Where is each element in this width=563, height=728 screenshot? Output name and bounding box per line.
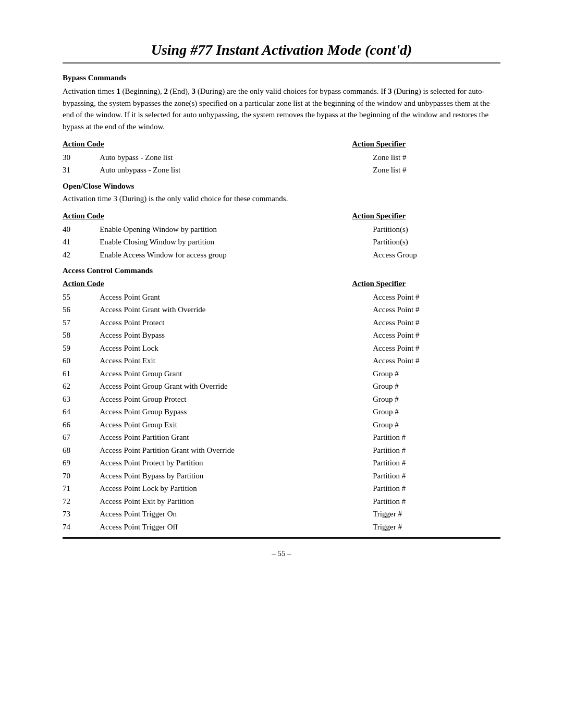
code-69: 69 — [63, 456, 100, 470]
access-control-action-code-header: Action Code — [63, 277, 352, 291]
desc-73: Access Point Trigger On — [100, 508, 352, 521]
desc-68: Access Point Partition Grant with Overri… — [100, 444, 352, 457]
table-row: 57 Access Point Protect Access Point # — [63, 316, 500, 329]
code-31: 31 — [63, 164, 100, 177]
spec-58: Access Point # — [352, 329, 500, 342]
table-row: 55 Access Point Grant Access Point # — [63, 291, 500, 304]
spec-63: Group # — [352, 393, 500, 406]
page-number: – 55 – — [272, 549, 291, 558]
spec-40: Partition(s) — [352, 223, 500, 236]
page-title: Using #77 Instant Activation Mode (cont'… — [63, 42, 500, 64]
access-control-header-row: Action Code Action Specifier — [63, 277, 500, 291]
desc-66: Access Point Group Exit — [100, 418, 352, 431]
code-55: 55 — [63, 291, 100, 304]
desc-57: Access Point Protect — [100, 316, 352, 329]
spec-55: Access Point # — [352, 291, 500, 304]
spec-57: Access Point # — [352, 316, 500, 329]
page-container: Using #77 Instant Activation Mode (cont'… — [0, 0, 563, 728]
desc-71: Access Point Lock by Partition — [100, 482, 352, 495]
table-row: 67 Access Point Partition Grant Partitio… — [63, 431, 500, 444]
spec-59: Access Point # — [352, 342, 500, 355]
table-row: 71 Access Point Lock by Partition Partit… — [63, 482, 500, 495]
spec-71: Partition # — [352, 482, 500, 495]
code-60: 60 — [63, 354, 100, 367]
code-71: 71 — [63, 482, 100, 495]
desc-59: Access Point Lock — [100, 342, 352, 355]
table-row: 69 Access Point Protect by Partition Par… — [63, 456, 500, 470]
desc-64: Access Point Group Bypass — [100, 405, 352, 418]
desc-56: Access Point Grant with Override — [100, 303, 352, 316]
desc-72: Access Point Exit by Partition — [100, 495, 352, 508]
table-row: 56 Access Point Grant with Override Acce… — [63, 303, 500, 316]
table-row: 31 Auto unbypass - Zone list Zone list # — [63, 164, 500, 177]
desc-58: Access Point Bypass — [100, 329, 352, 342]
spec-73: Trigger # — [352, 508, 500, 521]
page-footer: – 55 – — [63, 539, 500, 579]
access-control-title: Access Control Commands — [63, 266, 500, 275]
desc-70: Access Point Bypass by Partition — [100, 470, 352, 483]
table-row: 30 Auto bypass - Zone list Zone list # — [63, 151, 500, 164]
spec-70: Partition # — [352, 470, 500, 483]
spec-56: Access Point # — [352, 303, 500, 316]
desc-61: Access Point Group Grant — [100, 367, 352, 380]
code-42: 42 — [63, 249, 100, 262]
spec-61: Group # — [352, 367, 500, 380]
code-73: 73 — [63, 508, 100, 521]
content-area: Using #77 Instant Activation Mode (cont'… — [0, 0, 563, 728]
desc-30: Auto bypass - Zone list — [100, 151, 352, 164]
table-row: 70 Access Point Bypass by Partition Part… — [63, 470, 500, 483]
access-control-action-specifier-header: Action Specifier — [352, 277, 500, 291]
code-41: 41 — [63, 236, 100, 249]
desc-55: Access Point Grant — [100, 291, 352, 304]
code-61: 61 — [63, 367, 100, 380]
bypass-commands-table: Action Code Action Specifier 30 Auto byp… — [63, 138, 500, 177]
code-72: 72 — [63, 495, 100, 508]
code-30: 30 — [63, 151, 100, 164]
code-63: 63 — [63, 393, 100, 406]
table-row: 64 Access Point Group Bypass Group # — [63, 405, 500, 418]
code-66: 66 — [63, 418, 100, 431]
table-row: 60 Access Point Exit Access Point # — [63, 354, 500, 367]
open-close-body: Activation time 3 (During) is the only v… — [63, 193, 500, 205]
spec-66: Group # — [352, 418, 500, 431]
open-close-table: Action Code Action Specifier 40 Enable O… — [63, 209, 500, 261]
spec-30: Zone list # — [352, 151, 500, 164]
table-row: 68 Access Point Partition Grant with Ove… — [63, 444, 500, 457]
desc-69: Access Point Protect by Partition — [100, 456, 352, 470]
bypass-commands-title: Bypass Commands — [63, 73, 500, 82]
desc-31: Auto unbypass - Zone list — [100, 164, 352, 177]
desc-67: Access Point Partition Grant — [100, 431, 352, 444]
bypass-action-specifier-header: Action Specifier — [352, 138, 500, 151]
desc-62: Access Point Group Grant with Override — [100, 380, 352, 393]
code-67: 67 — [63, 431, 100, 444]
table-row: 61 Access Point Group Grant Group # — [63, 367, 500, 380]
bypass-commands-body: Activation times 1 (Beginning), 2 (End),… — [63, 85, 500, 132]
open-close-action-code-header: Action Code — [63, 209, 352, 223]
spec-41: Partition(s) — [352, 236, 500, 249]
desc-74: Access Point Trigger Off — [100, 521, 352, 534]
table-row: 59 Access Point Lock Access Point # — [63, 342, 500, 355]
desc-63: Access Point Group Protect — [100, 393, 352, 406]
spec-68: Partition # — [352, 444, 500, 457]
spec-64: Group # — [352, 405, 500, 418]
bypass-action-code-header: Action Code — [63, 138, 352, 151]
code-58: 58 — [63, 329, 100, 342]
spec-31: Zone list # — [352, 164, 500, 177]
table-row: 73 Access Point Trigger On Trigger # — [63, 508, 500, 521]
table-row: 72 Access Point Exit by Partition Partit… — [63, 495, 500, 508]
code-62: 62 — [63, 380, 100, 393]
spec-42: Access Group — [352, 249, 500, 262]
open-close-action-specifier-header: Action Specifier — [352, 209, 500, 223]
table-row: 74 Access Point Trigger Off Trigger # — [63, 521, 500, 534]
code-74: 74 — [63, 521, 100, 534]
code-40: 40 — [63, 223, 100, 236]
spec-60: Access Point # — [352, 354, 500, 367]
desc-60: Access Point Exit — [100, 354, 352, 367]
access-control-table: Action Code Action Specifier 55 Access P… — [63, 277, 500, 533]
code-70: 70 — [63, 470, 100, 483]
code-59: 59 — [63, 342, 100, 355]
spec-72: Partition # — [352, 495, 500, 508]
desc-42: Enable Access Window for access group — [100, 249, 352, 262]
table-row: 40 Enable Opening Window by partition Pa… — [63, 223, 500, 236]
code-68: 68 — [63, 444, 100, 457]
